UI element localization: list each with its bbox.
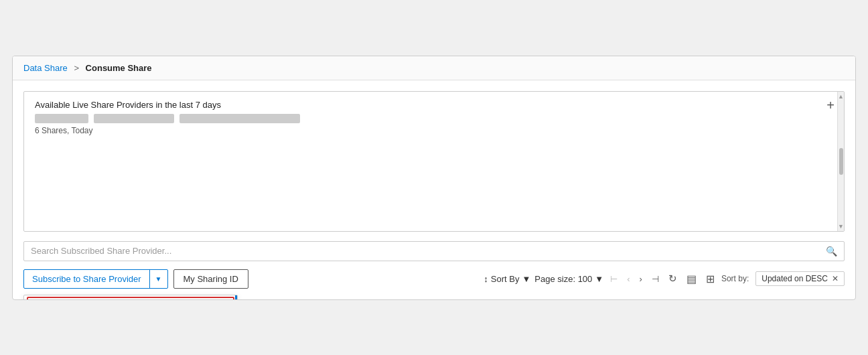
subscribe-label: Subscribe to Share Provider xyxy=(24,270,150,288)
scroll-up-arrow[interactable]: ▲ xyxy=(838,93,844,100)
search-bar: 🔍 xyxy=(23,241,845,261)
sort-icon: ↕ xyxy=(484,274,488,284)
nav-prev-button[interactable]: ‹ xyxy=(624,273,632,285)
dropdown-divider xyxy=(235,295,237,300)
subscribe-btn-container: Subscribe to Share Provider ▼ Subscribe … xyxy=(23,269,168,289)
toolbar-right: ↕ Sort By ▼ Page size: 100 ▼ ⊢ ‹ › ⊣ ↻ ▤… xyxy=(484,271,845,287)
nav-first-button[interactable]: ⊢ xyxy=(607,273,620,285)
sort-by-button[interactable]: ↕ Sort By ▼ xyxy=(484,274,530,284)
breadcrumb-parent[interactable]: Data Share xyxy=(23,63,68,73)
sort-tag-close-button[interactable]: ✕ xyxy=(832,274,839,283)
breadcrumb-separator: > xyxy=(74,63,79,73)
dropdown-item-live-share[interactable]: Subscribe to Live Share Provider xyxy=(27,297,234,300)
page-size-label: Page size: 100 xyxy=(534,274,592,284)
main-container: Data Share > Consume Share Available Liv… xyxy=(12,56,856,300)
search-input[interactable] xyxy=(31,246,826,256)
nav-next-button[interactable]: › xyxy=(637,273,645,285)
sort-tag-value: Updated on DESC xyxy=(762,274,828,283)
sort-by-arrow: ▼ xyxy=(522,274,530,284)
page-size-arrow: ▼ xyxy=(595,274,603,284)
my-sharing-id-button[interactable]: My Sharing ID xyxy=(173,269,248,289)
live-providers-box: Available Live Share Providers in the la… xyxy=(23,91,845,232)
compact-view-button[interactable]: ▤ xyxy=(684,271,699,287)
search-button[interactable]: 🔍 xyxy=(826,246,837,257)
subscribe-to-share-provider-button[interactable]: Subscribe to Share Provider ▼ xyxy=(23,269,168,289)
sort-by-label: Sort By xyxy=(491,274,520,284)
refresh-button[interactable]: ↻ xyxy=(666,271,680,286)
breadcrumb-current: Consume Share xyxy=(86,63,152,73)
plus-button[interactable]: + xyxy=(826,98,835,112)
scroll-thumb xyxy=(839,148,843,175)
breadcrumb: Data Share > Consume Share xyxy=(13,56,855,80)
toolbar: Subscribe to Share Provider ▼ Subscribe … xyxy=(23,269,845,289)
scroll-track: ▲ ▼ xyxy=(837,92,844,231)
subscribe-arrow: ▼ xyxy=(150,271,167,287)
provider-row xyxy=(35,114,833,123)
full-view-button[interactable]: ⊞ xyxy=(703,271,717,287)
blurred-provider-3 xyxy=(179,114,300,123)
shares-info: 6 Shares, Today xyxy=(35,126,833,135)
sort-tag-label: Sort by: xyxy=(721,274,749,283)
page-size-button[interactable]: Page size: 100 ▼ xyxy=(534,274,603,284)
scroll-down-arrow[interactable]: ▼ xyxy=(838,223,844,230)
sort-tag: Updated on DESC ✕ xyxy=(755,271,845,286)
main-content: Available Live Share Providers in the la… xyxy=(13,80,855,299)
live-providers-title: Available Live Share Providers in the la… xyxy=(35,100,833,110)
blurred-provider-1 xyxy=(35,114,88,123)
nav-last-button[interactable]: ⊣ xyxy=(649,273,662,285)
blurred-provider-2 xyxy=(94,114,174,123)
subscribe-dropdown-menu: Subscribe to Live Share Provider Subscri… xyxy=(23,295,238,300)
